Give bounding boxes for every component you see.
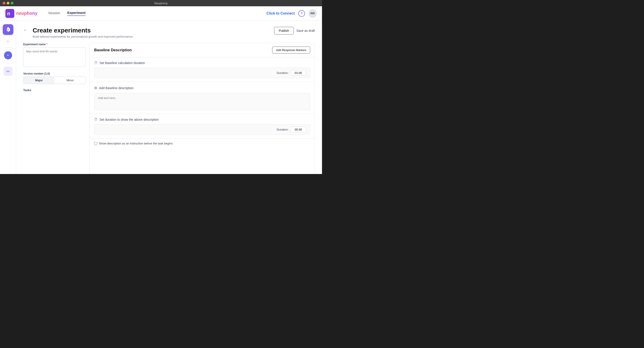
- logo-text: neuphony: [16, 11, 38, 16]
- required-star: *: [46, 43, 48, 46]
- sidebar-divider: [4, 48, 12, 48]
- app-window: n neuphony Session Experiment Click to C…: [0, 6, 322, 174]
- section3-duration-input[interactable]: [290, 127, 306, 132]
- page-subtitle: Build tailored experiments for personali…: [33, 35, 274, 38]
- baseline-description-section: ⊕ Add Baseline description: [90, 82, 314, 114]
- maximize-traffic-light[interactable]: [11, 2, 14, 5]
- page-inner: ← Create experiments Build tailored expe…: [16, 21, 322, 174]
- page-title: Create experiments: [33, 27, 274, 34]
- clock-icon-1: ⏱: [94, 61, 98, 65]
- tasks-section: Tasks: [23, 88, 86, 92]
- connect-button[interactable]: Click to Connect: [266, 12, 295, 16]
- version-toggle: Major Minor: [23, 77, 86, 84]
- experiment-name-input[interactable]: [23, 47, 86, 67]
- version-section: Version number (1.0) Major Minor: [23, 72, 86, 84]
- show-description-checkbox[interactable]: [94, 142, 97, 145]
- experiment-name-field: Experiment name *: [23, 43, 86, 68]
- help-button[interactable]: ?: [298, 10, 305, 17]
- plus-icon: +: [7, 53, 9, 58]
- section2-title-row: ⊕ Add Baseline description: [94, 86, 310, 90]
- avatar[interactable]: RR: [308, 10, 317, 18]
- checkbox-label: Show description as an instruction befor…: [99, 142, 173, 145]
- page-actions: Publish Save as draft: [274, 27, 315, 35]
- top-nav: n neuphony Session Experiment Click to C…: [0, 6, 322, 21]
- publish-button[interactable]: Publish: [274, 27, 294, 35]
- plus-circle-icon: ⊕: [94, 86, 97, 90]
- section2-title: Add Baseline description: [99, 86, 134, 90]
- content-area: ← Create experiments Build tailored expe…: [16, 21, 322, 174]
- section3-title-row: ⏱ Set duration to show the above descrip…: [94, 118, 310, 122]
- nav-right: Click to Connect ? RR: [266, 10, 317, 18]
- right-panel: Baseline Description Add Response Marker…: [90, 43, 315, 174]
- sidebar-divider-2: [4, 63, 12, 63]
- sidebar-expand-button[interactable]: >: [5, 39, 11, 44]
- version-label: Version number (1.0): [23, 72, 86, 75]
- sidebar-add-button[interactable]: +: [4, 51, 12, 59]
- nav-experiment[interactable]: Experiment: [67, 11, 86, 16]
- tasks-label: Tasks: [23, 88, 86, 92]
- chevron-right-icon: >: [7, 40, 8, 43]
- section3-duration-row: Duration:: [94, 124, 310, 135]
- minor-button[interactable]: Minor: [54, 77, 86, 84]
- section3-duration-label: Duration:: [276, 128, 288, 131]
- rocket-svg: [5, 27, 11, 33]
- section1-duration-input[interactable]: [290, 70, 306, 76]
- nav-session[interactable]: Session: [48, 11, 60, 16]
- close-traffic-light[interactable]: [3, 2, 5, 5]
- left-panel: Experiment name * Version number (1.0) M…: [23, 43, 86, 174]
- section1-title: Set Baseline calculation duration: [100, 61, 145, 65]
- section1-title-row: ⏱ Set Baseline calculation duration: [94, 61, 310, 65]
- section1-duration-row: Duration:: [94, 68, 310, 78]
- checkbox-row: Show description as an instruction befor…: [90, 139, 314, 148]
- main-layout: > + <> ← Create experiments B: [0, 21, 322, 174]
- minimize-traffic-light[interactable]: [7, 2, 10, 5]
- description-duration-section: ⏱ Set duration to show the above descrip…: [90, 114, 314, 139]
- section1-duration-label: Duration:: [276, 71, 288, 75]
- spacer: [90, 148, 314, 174]
- app-title: Neuphony: [154, 2, 168, 5]
- back-button[interactable]: ←: [23, 28, 27, 33]
- clock-icon-3: ⏱: [94, 118, 98, 122]
- traffic-lights: [3, 2, 14, 5]
- major-button[interactable]: Major: [24, 77, 54, 84]
- experiment-name-label: Experiment name *: [23, 43, 86, 46]
- save-draft-button[interactable]: Save as draft: [296, 29, 315, 33]
- nav-items: Session Experiment: [48, 11, 86, 16]
- logo-icon: n: [5, 9, 14, 18]
- title-bar: Neuphony: [0, 0, 322, 6]
- baseline-description-input[interactable]: [95, 94, 309, 108]
- logo-area: n neuphony: [5, 9, 38, 18]
- baseline-title: Baseline Description: [94, 48, 132, 52]
- sidebar-rocket-icon[interactable]: [3, 24, 14, 35]
- baseline-duration-section: ⏱ Set Baseline calculation duration Dura…: [90, 57, 314, 82]
- page-title-area: Create experiments Build tailored experi…: [33, 27, 274, 38]
- add-response-markers-button[interactable]: Add Response Markers: [272, 47, 310, 54]
- svg-text:n: n: [7, 11, 10, 16]
- sidebar: > + <>: [0, 21, 16, 174]
- section3-title: Set duration to show the above descripti…: [100, 118, 159, 121]
- sidebar-code-button[interactable]: <>: [4, 67, 12, 76]
- page-header: ← Create experiments Build tailored expe…: [23, 27, 315, 38]
- right-panel-header: Baseline Description Add Response Marker…: [90, 43, 314, 57]
- two-col-layout: Experiment name * Version number (1.0) M…: [23, 43, 315, 174]
- code-icon: <>: [6, 70, 10, 73]
